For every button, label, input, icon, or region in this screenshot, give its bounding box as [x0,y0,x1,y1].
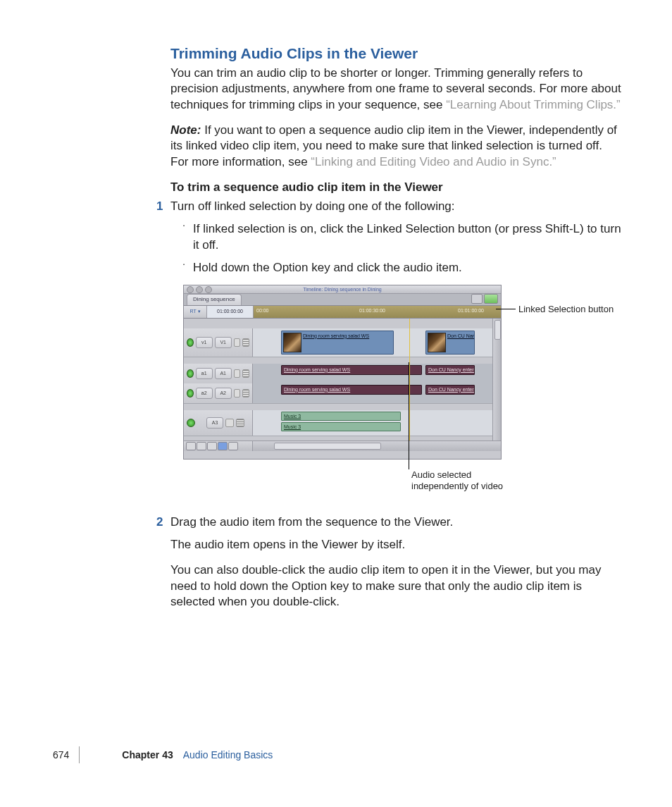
clip-v1-dining-label: Dining room serving salad WS [303,333,369,339]
clip-a2-dining[interactable]: Dining room serving salad WS [281,385,422,395]
timeline-window: Timeline: Dining sequence in Dining Dini… [183,285,502,460]
track-v1-header: v1 V1 [184,328,253,357]
clip-a1-dining[interactable]: Dining room serving salad WS [281,365,422,375]
clip-thumbnail [428,333,446,352]
track-a1-src[interactable]: a1 [196,368,213,379]
track-a1-header: a1 A1 [184,364,253,383]
track-v1-dst[interactable]: V1 [215,337,232,348]
page-number: 674 [53,749,79,761]
sequence-tab[interactable]: Dining sequence [187,294,242,305]
step-number-1: 1 [156,199,163,214]
track-v1-lock-icon[interactable] [234,338,241,347]
track-a1-lane[interactable]: Dining room serving salad WS Don CU Nanc… [253,364,492,383]
track-a2-header: a2 A2 [184,383,253,403]
ruler-tick-2: 01:00:30:00 [359,307,385,314]
step-2-p3: You can also double-click the audio clip… [170,562,621,610]
clip-a2-don[interactable]: Don CU Nancy enters [425,385,475,395]
step-1-bullets: If linked selection is on, click the Lin… [183,221,621,276]
window-title: Timeline: Dining sequence in Dining [303,287,381,292]
track-a1-lock-icon[interactable] [234,369,241,378]
horizontal-scrollbar[interactable] [253,441,501,451]
clip-v1-dining[interactable]: Dining room serving salad WS [281,331,394,355]
track-a2-lane[interactable]: Dining room serving salad WS Don CU Nanc… [253,383,492,403]
clip-v1-don[interactable]: Don CU Nancy enters [425,331,475,355]
track-a3-enable-icon[interactable] [187,419,195,427]
clip-thumbnail [283,333,301,352]
callout-audio-independent: Audio selected independently of video [411,469,503,493]
ruler-tick-3: 01:01:00:00 [458,307,484,314]
callout-line-linked [496,309,516,309]
bullet-1: If linked selection is on, click the Lin… [183,221,621,253]
btn-5[interactable] [228,442,238,450]
section-heading: Trimming Audio Clips in the Viewer [170,44,621,63]
time-ruler[interactable]: 00:00 01:00:30:00 01:01:00:00 [254,306,501,318]
current-timecode[interactable]: 01:00:00:00 [207,306,253,318]
btn-clip-overlays-icon[interactable] [197,442,206,450]
track-a2-src[interactable]: a2 [196,388,213,399]
track-a2-dst[interactable]: A2 [215,388,232,399]
window-min-dot[interactable] [196,286,203,293]
btn-track-layout-icon[interactable] [218,442,228,450]
track-a2-lock-icon[interactable] [234,389,241,398]
callout-audio-line1: Audio selected [411,469,471,480]
xref-linking-editing[interactable]: “Linking and Editing Video and Audio in … [311,155,556,168]
step-1-text: Turn off linked selection by doing one o… [170,199,455,213]
ruler-row: RT ▾ 01:00:00:00 00:00 01:00:30:00 01:01… [184,306,501,319]
clip-a3-music-bot[interactable]: Music 3 [281,422,401,431]
track-a3-lane[interactable]: Music 3 Music 3 [253,410,492,436]
bullet-2: Hold down the Option key and click the a… [183,260,621,276]
callout-vline-audio [409,362,409,469]
tab-row: Dining sequence [184,294,501,306]
track-a3-autoselect-icon[interactable] [236,419,244,427]
track-a1: a1 A1 Dining room serving salad WS Don C… [184,364,492,384]
track-a3-dst[interactable]: A3 [206,417,223,429]
xref-trimming-clips[interactable]: “Learning About Trimming Clips.” [446,98,621,111]
note-label: Note: [170,123,204,137]
track-a2: a2 A2 Dining room serving salad WS Don C… [184,383,492,404]
rt-popup[interactable]: RT ▾ [184,306,207,318]
btn-track-height-icon[interactable] [207,442,217,450]
note-paragraph: Note: If you want to open a sequence aud… [170,123,621,170]
track-a1-dst[interactable]: A1 [215,368,232,379]
clip-v1-don-label: Don CU Nancy enters [447,333,475,339]
page-footer: 674 Chapter 43 Audio Editing Basics [53,746,616,763]
intro-paragraph: You can trim an audio clip to be shorter… [170,66,621,113]
step-2-text: Drag the audio item from the sequence to… [170,515,453,529]
track-a2-autoselect-icon[interactable] [242,389,249,398]
bottom-bar [184,441,501,451]
step-2: 2 Drag the audio item from the sequence … [170,515,621,530]
chapter-label: Chapter 43 [122,749,173,761]
callout-audio-line2: independently of video [411,481,503,491]
track-a1-autoselect-icon[interactable] [242,369,249,378]
track-a3-lock-icon[interactable] [225,419,234,427]
track-a3-header: A3 [184,410,253,436]
track-a2-enable-icon[interactable] [187,389,194,398]
track-v1: v1 V1 Dining room serving salad WS Don C… [184,328,492,357]
track-v1-autoselect-icon[interactable] [242,338,249,347]
clip-a3-music-top[interactable]: Music 3 [281,412,401,421]
tracks-area: v1 V1 Dining room serving salad WS Don C… [184,319,501,451]
ruler-tick-1: 00:00 [256,307,269,314]
footer-divider [79,746,80,763]
chapter-title: Audio Editing Basics [183,749,273,761]
timeline-figure: Timeline: Dining sequence in Dining Dini… [183,285,634,510]
toolbar-btn-1[interactable] [471,294,483,304]
window-titlebar: Timeline: Dining sequence in Dining [184,285,501,294]
step-2-p2: The audio item opens in the Viewer by it… [170,537,621,553]
playhead[interactable] [409,319,410,441]
window-close-dot[interactable] [187,286,194,293]
steps-title: To trim a sequence audio clip item in th… [170,180,621,195]
clip-a1-don[interactable]: Don CU Nancy enters [425,365,475,375]
track-a1-enable-icon[interactable] [187,369,194,378]
track-v1-src[interactable]: v1 [196,337,213,348]
step-number-2: 2 [156,515,163,530]
window-zoom-dot[interactable] [205,286,212,293]
btn-audio-icon[interactable] [186,442,196,450]
step-1: 1 Turn off linked selection by doing one… [170,199,621,214]
callout-linked-selection: Linked Selection button [518,303,614,315]
linked-selection-button[interactable] [484,294,498,304]
track-v1-lane[interactable]: Dining room serving salad WS Don CU Nanc… [253,328,492,357]
track-a3: A3 Music 3 Music 3 [184,410,492,436]
track-v1-enable-icon[interactable] [187,338,194,347]
vertical-scrollbar[interactable] [492,319,501,441]
